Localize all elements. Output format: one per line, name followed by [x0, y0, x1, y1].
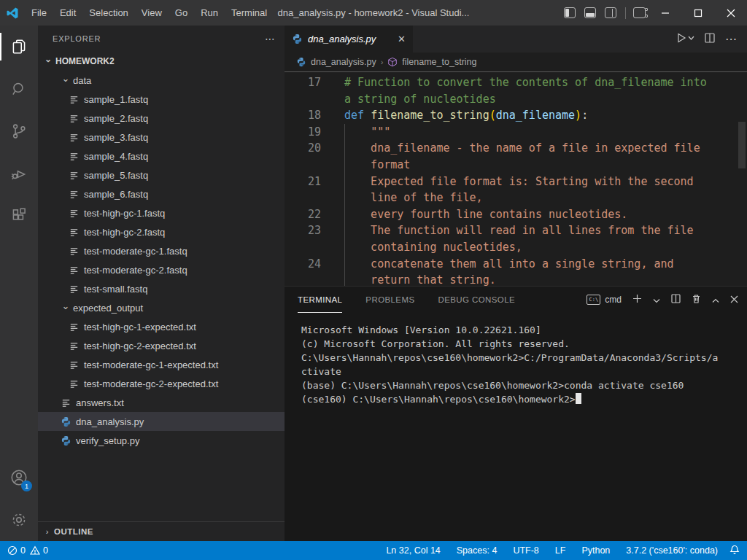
status-3.7.2[interactable]: 3.7.2 ('cse160': conda) — [622, 545, 722, 556]
tree-item-homework2[interactable]: ⌄HOMEWORK2 — [38, 52, 285, 71]
toggle-panel-button[interactable] — [584, 7, 596, 18]
line-number — [285, 157, 321, 174]
code-line: 19 """ — [285, 124, 737, 141]
code-text: return that string. — [344, 272, 496, 286]
terminal-line: (base) C:\Users\Hannah\repos\cse160\home… — [301, 378, 747, 392]
tree-item-test-high-gc-2-fastq[interactable]: test-high-gc-2.fastq — [38, 222, 285, 241]
maximize-button[interactable] — [681, 0, 714, 26]
settings-gear-icon[interactable] — [0, 499, 38, 541]
terminal-output[interactable]: Microsoft Windows [Version 10.0.22621.16… — [285, 313, 747, 541]
tree-item-data[interactable]: ⌄data — [38, 71, 285, 90]
breadcrumb-file[interactable]: dna_analysis.py — [311, 57, 376, 67]
errors-indicator[interactable]: 0 — [7, 545, 26, 556]
split-terminal-button[interactable] — [671, 293, 681, 306]
tree-item-label: test-small.fastq — [84, 284, 147, 295]
tree-item-test-high-gc-1-fastq[interactable]: test-high-gc-1.fastq — [38, 203, 285, 222]
more-actions-icon[interactable]: ⋯ — [725, 32, 737, 46]
menu-file[interactable]: File — [25, 0, 53, 26]
shell-selector[interactable]: C:\ cmd — [587, 295, 622, 305]
notifications-bell-icon[interactable] — [729, 545, 740, 557]
code-line: format — [285, 157, 737, 174]
code-line: line of the file, — [285, 190, 737, 206]
code-line: 21 Expected file format is: Starting wit… — [285, 174, 737, 190]
menu-edit[interactable]: Edit — [53, 0, 82, 26]
tree-item-test-high-gc-2-expected-txt[interactable]: test-high-gc-2-expected.txt — [38, 336, 285, 355]
panel-tab-debug-console[interactable]: DEBUG CONSOLE — [438, 287, 515, 313]
menu-run[interactable]: Run — [194, 0, 225, 26]
tree-item-test-moderate-gc-1-fastq[interactable]: test-moderate-gc-1.fastq — [38, 241, 285, 260]
tree-item-label: sample_1.fastq — [84, 94, 148, 105]
extensions-icon[interactable] — [0, 195, 38, 237]
tree-item-sample-4-fastq[interactable]: sample_4.fastq — [38, 147, 285, 166]
status-lf[interactable]: LF — [551, 545, 570, 556]
editor-scrollbar[interactable] — [737, 72, 747, 286]
run-debug-icon[interactable] — [0, 152, 38, 195]
tab-dna-analysis[interactable]: dna_analysis.py ✕ — [285, 26, 413, 52]
tree-item-sample-5-fastq[interactable]: sample_5.fastq — [38, 166, 285, 184]
customize-layout-button[interactable] — [633, 7, 646, 18]
search-icon[interactable] — [0, 68, 38, 110]
run-python-file-button[interactable] — [677, 33, 694, 46]
panel-tab-terminal[interactable]: TERMINAL — [298, 287, 342, 313]
line-number — [285, 190, 321, 206]
python-file-icon — [60, 416, 71, 427]
editor-tab-bar: dna_analysis.py ✕ ⋯ — [285, 26, 747, 52]
tree-item-test-moderate-gc-2-expected-txt[interactable]: test-moderate-gc-2-expected.txt — [38, 374, 285, 393]
tree-item-label: dna_analysis.py — [76, 416, 144, 427]
breadcrumb-symbol[interactable]: filename_to_string — [402, 57, 476, 67]
warnings-indicator[interactable]: 0 — [30, 545, 48, 556]
tree-item-expected-output[interactable]: ⌄expected_output — [38, 298, 285, 317]
toggle-secondary-sidebar-button[interactable] — [605, 7, 616, 18]
titlebar-divider — [625, 7, 626, 19]
source-control-icon[interactable] — [0, 110, 38, 152]
tree-item-test-high-gc-1-expected-txt[interactable]: test-high-gc-1-expected.txt — [38, 317, 285, 336]
close-panel-icon[interactable] — [730, 293, 738, 306]
tree-item-test-small-fastq[interactable]: test-small.fastq — [38, 279, 285, 298]
menu-terminal[interactable]: Terminal — [225, 0, 274, 26]
kill-terminal-trash-icon[interactable] — [692, 293, 701, 306]
minimize-button[interactable] — [649, 0, 681, 26]
tree-item-sample-1-fastq[interactable]: sample_1.fastq — [38, 90, 285, 109]
new-terminal-button[interactable] — [632, 293, 642, 306]
split-editor-button[interactable] — [705, 33, 715, 46]
menu-go[interactable]: Go — [169, 0, 194, 26]
tree-item-answers-txt[interactable]: answers.txt — [38, 393, 285, 412]
tree-item-sample-3-fastq[interactable]: sample_3.fastq — [38, 128, 285, 147]
outline-section[interactable]: › OUTLINE — [38, 521, 285, 541]
code-line: 20 dna_filename - the name of a file in … — [285, 140, 737, 157]
line-number: 20 — [285, 140, 321, 157]
toggle-primary-sidebar-button[interactable] — [564, 7, 576, 18]
sidebar-more-actions-icon[interactable]: ⋯ — [265, 33, 276, 44]
status-utf-8[interactable]: UTF-8 — [508, 545, 543, 556]
code-line: 18def filename_to_string(dna_filename): — [285, 107, 737, 124]
status-ln[interactable]: Ln 32, Col 14 — [382, 545, 444, 556]
sidebar-title: EXPLORER — [53, 34, 101, 43]
panel-header: TERMINALPROBLEMSDEBUG CONSOLE C:\ cmd — [285, 287, 747, 313]
terminal-dropdown-icon[interactable] — [653, 293, 660, 306]
accounts-icon[interactable]: 1 — [0, 456, 38, 499]
code-editor[interactable]: 17# Function to convert the contents of … — [285, 72, 747, 286]
menu-view[interactable]: View — [135, 0, 169, 26]
tree-item-verify-setup-py[interactable]: verify_setup.py — [38, 431, 285, 450]
tree-item-test-moderate-gc-2-fastq[interactable]: test-moderate-gc-2.fastq — [38, 260, 285, 279]
tree-item-sample-6-fastq[interactable]: sample_6.fastq — [38, 184, 285, 203]
maximize-panel-icon[interactable] — [712, 293, 719, 306]
tree-item-test-moderate-gc-1-expected-txt[interactable]: test-moderate-gc-1-expected.txt — [38, 355, 285, 374]
tree-item-label: sample_4.fastq — [84, 151, 148, 162]
tree-item-sample-2-fastq[interactable]: sample_2.fastq — [38, 109, 285, 128]
status-spaces[interactable]: Spaces: 4 — [452, 545, 502, 556]
menu-selection[interactable]: Selection — [82, 0, 134, 26]
text-file-icon — [68, 245, 80, 257]
status-python[interactable]: Python — [577, 545, 614, 556]
close-window-button[interactable] — [714, 0, 747, 26]
tab-close-icon[interactable]: ✕ — [398, 34, 406, 44]
warning-icon — [30, 545, 40, 556]
breadcrumb: dna_analysis.py › filename_to_string — [285, 52, 747, 72]
panel-tab-problems[interactable]: PROBLEMS — [365, 287, 414, 313]
line-number: 23 — [285, 222, 321, 239]
tree-item-dna-analysis-py[interactable]: dna_analysis.py — [38, 412, 285, 431]
code-line: a string of nucleotides — [285, 91, 737, 108]
code-text: Expected file format is: Starting with t… — [344, 174, 694, 190]
explorer-icon[interactable] — [0, 26, 38, 68]
terminal-line: (c) Microsoft Corporation. All rights re… — [301, 337, 747, 351]
